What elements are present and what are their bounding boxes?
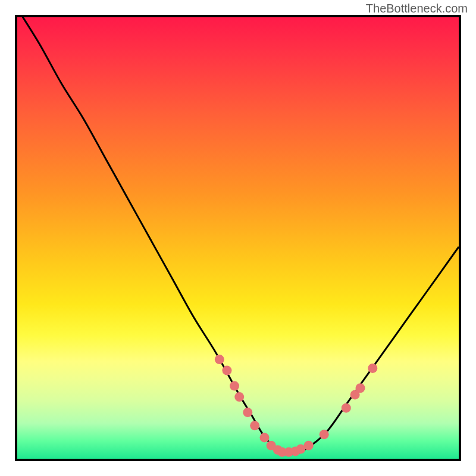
data-point [342, 403, 351, 413]
watermark-text: TheBottleneck.com [366, 2, 468, 15]
data-point [304, 441, 314, 450]
data-point [222, 366, 231, 375]
data-point [230, 381, 239, 391]
data-point [215, 355, 224, 364]
chart-container: TheBottleneck.com [0, 0, 476, 476]
data-points-group [215, 355, 377, 457]
data-point [234, 392, 244, 402]
chart-svg [17, 17, 459, 459]
data-point [320, 430, 329, 439]
data-point [368, 364, 377, 373]
data-point [356, 383, 365, 393]
data-point [260, 433, 270, 442]
data-point [250, 421, 259, 430]
plot-area [15, 15, 461, 461]
data-point [243, 408, 252, 417]
